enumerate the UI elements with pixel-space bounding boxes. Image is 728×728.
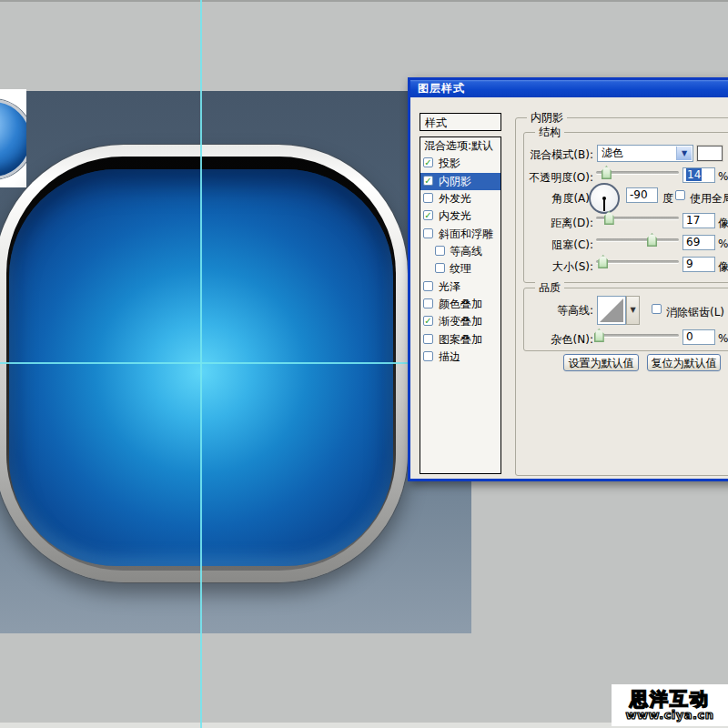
- dialog-titlebar[interactable]: 图层样式: [410, 80, 728, 97]
- style-list-item-11[interactable]: 图案叠加: [420, 331, 500, 349]
- style-item-label: 图案叠加: [439, 331, 482, 349]
- vertical-guide: [200, 0, 202, 728]
- style-list-item-12[interactable]: 描边: [420, 349, 500, 366]
- style-item-checkbox[interactable]: ✓: [423, 210, 433, 220]
- style-item-checkbox[interactable]: ✓: [423, 157, 433, 167]
- opacity-slider-thumb[interactable]: [602, 166, 612, 179]
- style-item-checkbox[interactable]: [423, 281, 433, 291]
- style-list-item-5[interactable]: 斜面和浮雕: [420, 226, 500, 243]
- style-item-label: 渐变叠加: [439, 313, 482, 330]
- opacity-slider[interactable]: [596, 166, 679, 179]
- styles-header: 样式: [420, 113, 501, 131]
- opacity-value: 14: [686, 168, 702, 181]
- quality-group-title: 品质: [535, 281, 564, 294]
- style-item-label: 描边: [439, 349, 460, 366]
- reset-default-button[interactable]: 复位为默认值: [647, 354, 721, 371]
- distance-value: 17: [686, 214, 700, 227]
- style-item-checkbox[interactable]: ✓: [423, 176, 433, 186]
- watermark: 思洋互动 www.ciya.cn: [612, 684, 728, 726]
- opacity-unit: %: [718, 170, 728, 183]
- blend-mode-value: 滤色: [602, 147, 623, 159]
- structure-group: 结构 混合模式(B): 滤色 ▼ 不透明度(O): 14 % 角度(A):: [523, 132, 728, 283]
- style-item-checkbox[interactable]: ✓: [423, 316, 433, 326]
- distance-slider[interactable]: [596, 211, 679, 225]
- angle-dial[interactable]: [589, 183, 620, 214]
- angle-label: 角度(A):: [526, 191, 593, 207]
- angle-input[interactable]: -90: [626, 187, 658, 203]
- style-item-label: 光泽: [439, 278, 460, 296]
- noise-label: 杂色(N):: [526, 332, 593, 348]
- style-list-item-2[interactable]: ✓内阴影: [420, 173, 500, 190]
- choke-slider-thumb[interactable]: [647, 233, 657, 247]
- antialias-checkbox[interactable]: [652, 304, 662, 314]
- structure-group-title: 结构: [535, 126, 564, 138]
- dial-needle: [603, 199, 605, 211]
- chevron-down-icon[interactable]: ▼: [676, 147, 692, 160]
- style-item-checkbox[interactable]: [435, 246, 445, 256]
- use-global-light-checkbox[interactable]: [675, 190, 685, 200]
- noise-input[interactable]: 0: [682, 329, 715, 345]
- set-default-button[interactable]: 设置为默认值: [563, 354, 639, 371]
- contour-thumbnail: [600, 298, 623, 322]
- style-item-label: 纹理: [450, 260, 471, 278]
- styles-list: 混合选项:默认✓投影✓内阴影外发光✓内发光斜面和浮雕等高线纹理光泽颜色叠加✓渐变…: [420, 136, 501, 474]
- blend-mode-label: 混合模式(B):: [526, 147, 593, 163]
- shadow-color-swatch[interactable]: [697, 146, 723, 161]
- slider-track: [596, 238, 679, 241]
- size-slider[interactable]: [596, 255, 679, 268]
- slider-track: [596, 334, 679, 337]
- contour-dropdown-arrow[interactable]: ▼: [626, 296, 640, 325]
- style-item-label: 投影: [439, 155, 460, 172]
- style-list-item-3[interactable]: 外发光: [420, 190, 500, 207]
- style-item-checkbox[interactable]: [435, 263, 445, 273]
- distance-label: 距离(D):: [526, 216, 593, 231]
- style-item-label: 外发光: [439, 190, 471, 207]
- angle-value: -90: [630, 188, 648, 201]
- noise-value: 0: [686, 330, 693, 343]
- distance-slider-thumb[interactable]: [604, 211, 614, 225]
- layer-style-dialog: 图层样式 样式 混合选项:默认✓投影✓内阴影外发光✓内发光斜面和浮雕等高线纹理光…: [408, 77, 728, 481]
- angle-unit: 度: [662, 191, 673, 207]
- choke-unit: %: [718, 238, 728, 250]
- choke-label: 阻塞(C):: [526, 238, 593, 253]
- noise-slider[interactable]: [596, 329, 679, 342]
- style-item-label: 等高线: [450, 243, 482, 260]
- size-unit: 像素: [718, 259, 728, 275]
- opacity-label: 不透明度(O):: [526, 170, 593, 186]
- blend-mode-select[interactable]: 滤色 ▼: [597, 145, 693, 162]
- style-list-item-4[interactable]: ✓内发光: [420, 207, 500, 225]
- size-label: 大小(S):: [526, 259, 593, 275]
- use-global-light-label: 使用全局光: [690, 191, 728, 207]
- style-item-checkbox[interactable]: [423, 298, 433, 308]
- blue-sphere-thumbnail: [0, 99, 26, 179]
- choke-slider[interactable]: [596, 233, 679, 247]
- style-list-item-8[interactable]: 光泽: [420, 278, 500, 296]
- antialias-label: 消除锯齿(L): [666, 305, 724, 320]
- noise-unit: %: [718, 332, 728, 345]
- distance-input[interactable]: 17: [682, 213, 715, 228]
- style-list-item-9[interactable]: 颜色叠加: [420, 296, 500, 313]
- horizontal-guide: [0, 362, 408, 364]
- quality-group: 品质 等高线: ▼ 消除锯齿(L) 杂色(N): 0 %: [523, 288, 728, 351]
- size-input[interactable]: 9: [682, 257, 715, 272]
- style-item-checkbox[interactable]: [423, 334, 433, 344]
- style-list-item-0[interactable]: 混合选项:默认: [420, 137, 500, 155]
- floating-preview-window[interactable]: [0, 89, 26, 187]
- style-item-checkbox[interactable]: [423, 351, 433, 361]
- opacity-input[interactable]: 14: [682, 167, 715, 183]
- style-list-item-6[interactable]: 等高线: [420, 243, 500, 260]
- size-slider-thumb[interactable]: [598, 255, 608, 268]
- window-top-edge: [0, 0, 728, 2]
- noise-slider-thumb[interactable]: [594, 329, 604, 342]
- style-item-checkbox[interactable]: [423, 228, 433, 238]
- contour-picker[interactable]: [597, 296, 626, 325]
- inner-shadow-panel: 内阴影 结构 混合模式(B): 滤色 ▼ 不透明度(O): 14 % 角度(A)…: [515, 117, 728, 476]
- style-list-item-10[interactable]: ✓渐变叠加: [420, 313, 500, 330]
- style-list-item-1[interactable]: ✓投影: [420, 155, 500, 172]
- style-list-item-7[interactable]: 纹理: [420, 260, 500, 278]
- size-value: 9: [686, 258, 693, 270]
- dialog-content: 样式 混合选项:默认✓投影✓内阴影外发光✓内发光斜面和浮雕等高线纹理光泽颜色叠加…: [410, 97, 728, 479]
- choke-input[interactable]: 69: [682, 235, 715, 250]
- style-item-label: 内阴影: [439, 173, 471, 190]
- style-item-checkbox[interactable]: [423, 193, 433, 203]
